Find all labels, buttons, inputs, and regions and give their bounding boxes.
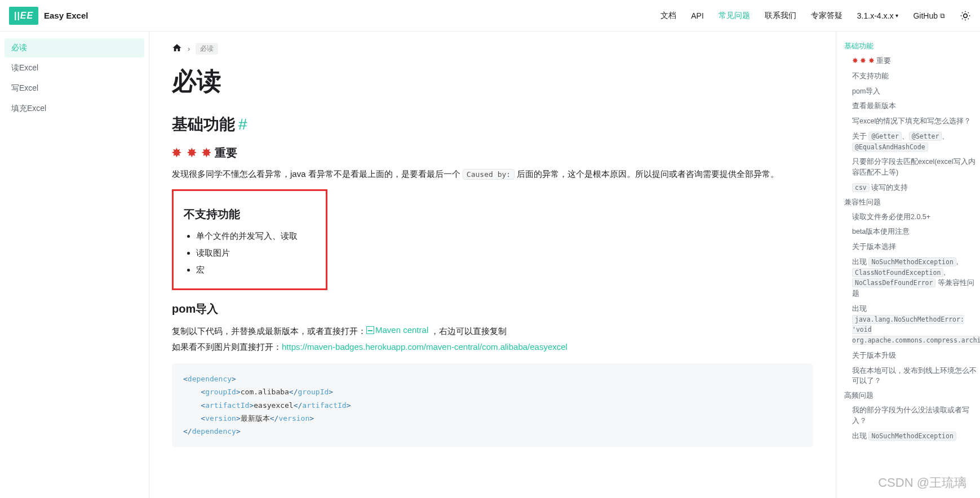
breadcrumb: › 必读 <box>172 43 813 55</box>
chevron-down-icon: ▾ <box>895 12 898 19</box>
toc-item[interactable]: 我的部分字段为什么没法读取或者写入？ <box>844 403 978 429</box>
toc-item[interactable]: beta版本使用注意 <box>844 224 978 239</box>
logo-icon: ||EE <box>9 7 38 25</box>
main-content: › 必读 必读 基础功能 # ✸ ✸ ✸重要 发现很多同学不懂怎么看异常，jav… <box>149 32 836 498</box>
sidebar-item-read[interactable]: 读Excel <box>5 59 144 78</box>
toc-item[interactable]: 写excel的情况下填充和写怎么选择？ <box>844 114 978 129</box>
sidebar-item-write[interactable]: 写Excel <box>5 79 144 98</box>
heading-pom: pom导入 <box>172 301 813 317</box>
toc-heading[interactable]: 基础功能 <box>844 39 978 54</box>
breadcrumb-current: 必读 <box>196 43 218 55</box>
toc-item[interactable]: 我在本地可以，发布到线上环境怎么不可以了？ <box>844 363 978 389</box>
list-item: 宏 <box>196 261 316 278</box>
code-caused-by: Caused by: <box>463 169 515 180</box>
code-block: <dependency> <groupId>com.alibaba</group… <box>172 363 813 447</box>
sidebar: 必读 读Excel 写Excel 填充Excel <box>0 32 149 498</box>
nav-right: 文档 API 常见问题 联系我们 专家答疑 3.1.x-4.x.x ▾ GitH… <box>660 10 971 21</box>
theme-toggle-icon[interactable] <box>960 10 971 21</box>
para-pom-intro: 复制以下代码，并替换成最新版本，或者直接打开：Maven central ，右边… <box>172 322 813 355</box>
brand-name: Easy Excel <box>44 11 88 20</box>
nav-version[interactable]: 3.1.x-4.x.x ▾ <box>857 11 899 20</box>
star-icons: ✸ ✸ ✸ <box>172 146 212 159</box>
toc-item[interactable]: csv 读写的支持 <box>844 180 978 195</box>
heading-unsupported: 不支持功能 <box>184 207 316 222</box>
nav-faq[interactable]: 常见问题 <box>719 11 750 21</box>
heading-important: ✸ ✸ ✸重要 <box>172 145 813 161</box>
nav-github[interactable]: GitHub ⧉ <box>913 11 945 20</box>
toc-item[interactable]: 关于 @Getter、@Setter、@EqualsAndHashCode <box>844 129 978 155</box>
list-item: 读取图片 <box>196 244 316 261</box>
external-link-icon: ⧉ <box>940 12 945 20</box>
nav-docs[interactable]: 文档 <box>660 11 676 21</box>
toc-heading[interactable]: 兼容性问题 <box>844 195 978 210</box>
toc-heading[interactable]: 高频问题 <box>844 389 978 403</box>
sidebar-item-required[interactable]: 必读 <box>5 38 144 57</box>
nav-expert[interactable]: 专家答疑 <box>811 11 842 21</box>
sidebar-item-fill[interactable]: 填充Excel <box>5 99 144 118</box>
navbar: ||EE Easy Excel 文档 API 常见问题 联系我们 专家答疑 3.… <box>0 0 980 32</box>
list-item: 单个文件的并发写入、读取 <box>196 228 316 244</box>
unsupported-list: 单个文件的并发写入、读取 读取图片 宏 <box>184 228 316 278</box>
home-icon[interactable] <box>172 43 182 55</box>
toc-item[interactable]: 出现 NoSuchMethodException, ClassNotFoundE… <box>844 255 978 301</box>
heading-basic: 基础功能 # <box>172 114 813 135</box>
toc-item[interactable]: 查看最新版本 <box>844 99 978 114</box>
svg-point-0 <box>964 14 968 17</box>
svg-line-7 <box>962 18 963 19</box>
toc-item[interactable]: 出现 java.lang.NoSuchMethodError: 'void or… <box>844 301 978 348</box>
para-exception: 发现很多同学不懂怎么看异常，java 看异常不是看最上面的，是要看最后一个 Ca… <box>172 166 813 183</box>
breadcrumb-sep: › <box>188 45 190 53</box>
svg-line-3 <box>962 12 963 13</box>
toc-item[interactable]: ✸ ✸ ✸ 重要 <box>844 54 978 69</box>
toc-item[interactable]: 出现 NoSuchMethodException <box>844 429 978 444</box>
toc-item[interactable]: 不支持功能 <box>844 69 978 84</box>
toc-item[interactable]: 只要部分字段去匹配excel(excel写入内容匹配不上等) <box>844 154 978 180</box>
maven-link[interactable]: https://maven-badges.herokuapp.com/maven… <box>282 342 567 352</box>
toc-item[interactable]: 关于版本选择 <box>844 239 978 255</box>
broken-image-icon[interactable]: Maven central <box>366 322 428 339</box>
table-of-contents: 基础功能 ✸ ✸ ✸ 重要 不支持功能 pom导入 查看最新版本 写excel的… <box>836 32 980 498</box>
brand[interactable]: ||EE Easy Excel <box>9 7 88 25</box>
page-title: 必读 <box>172 65 813 98</box>
nav-api[interactable]: API <box>691 11 704 20</box>
svg-line-4 <box>968 18 969 19</box>
toc-item[interactable]: 关于版本升级 <box>844 348 978 363</box>
anchor-hash[interactable]: # <box>238 115 247 134</box>
toc-item[interactable]: 读取文件务必使用2.0.5+ <box>844 210 978 225</box>
nav-contact[interactable]: 联系我们 <box>765 11 796 21</box>
svg-line-8 <box>968 12 969 13</box>
toc-item[interactable]: pom导入 <box>844 84 978 99</box>
unsupported-box: 不支持功能 单个文件的并发写入、读取 读取图片 宏 <box>172 189 327 290</box>
